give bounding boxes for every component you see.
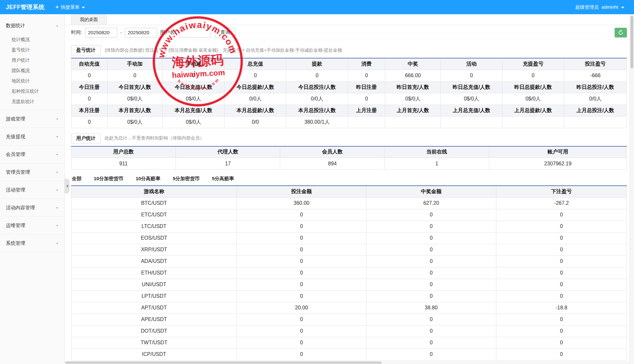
games-column-header: 投注金额 [237,186,366,197]
win-amount-cell: 0 [366,244,496,255]
table-cell: 0 [71,93,108,105]
game-row: LPT/USDT 0 0 0 [71,290,627,302]
sidebar-subitem[interactable]: 用户统计 [0,55,64,65]
game-name-cell: APE/USDT [71,314,237,325]
game-filter-tab[interactable]: 5分加密货币 [172,175,200,183]
sidebar-item[interactable]: 运维管理 [0,217,64,234]
nav-label: 数据统计 [6,23,25,29]
table-cell: 0$/0人 [385,93,441,105]
quick-menu-button[interactable]: + 快捷菜单 [52,4,88,10]
game-row: ETH/USDT 0 0 0 [71,267,627,279]
sidebar-item[interactable]: 活动内容管理 [0,199,64,216]
bet-profit-cell: 0 [496,267,627,279]
sidebar-collapse-handle[interactable] [65,179,69,193]
win-amount-cell: 0 [366,255,496,267]
table-cell: 0$/0人 [107,93,162,105]
table-header-cell: 手动减 [162,58,225,70]
games-column-header: 中奖金额 [366,186,496,197]
sidebar-subitem[interactable]: 盈亏统计 [0,45,64,55]
sidebar-item[interactable]: 系统管理 [0,234,64,252]
table-header-cell: 今日总投注/人数 [286,81,348,93]
refresh-icon [618,30,624,36]
table-cell: 0$/0人 [162,116,225,128]
table-cell [502,116,564,128]
sidebar-item[interactable]: 游戏管理 [0,110,64,128]
quick-menu-label: 快捷菜单 [61,4,79,10]
win-amount-cell: 0 [366,290,496,302]
sidebar-subitem[interactable]: 充提款统计 [0,96,64,107]
game-name-cell: ETC/USDT [71,209,237,221]
win-amount-cell: 0 [366,348,496,360]
game-filter-tabs: 全部 10分加密货币 10分高赔率 5分加密货币 5分高赔率 [71,175,627,183]
bet-profit-cell: -267.2 [496,197,627,209]
game-name-cell: XRP/USDT [71,244,237,255]
time-label: 时间: [71,29,82,36]
table-header-row: 用户总数代理人数会员人数当前在线账户可用 [71,146,627,158]
chevron-down-icon [56,136,58,138]
table-cell [348,116,385,128]
table-cell: 0$/0人 [162,93,225,105]
games-column-header: 游戏名称 [71,186,237,197]
bet-profit-cell: -18.8 [496,302,627,314]
games-column-header: 下注盈亏 [496,186,627,197]
nav-label: 运维管理 [6,223,25,229]
table-cell: 0 [441,70,502,81]
bet-profit-cell: 0 [496,314,627,325]
win-amount-cell: 38.80 [366,302,496,314]
table-cell [385,116,441,128]
table-cell: 0/0人 [564,93,627,105]
table-cell: 0/0人 [286,93,348,105]
game-filter-tab[interactable]: 全部 [71,175,82,183]
table-header-cell: 当前在线 [385,146,489,158]
game-name-cell: TWT/USDT [71,337,237,348]
username-input[interactable] [179,28,211,37]
filter-toolbar: 时间: - 用户名: 查询 [71,25,627,40]
game-row: APT/USDT 20.00 38.80 -18.8 [71,302,627,314]
sidebar-item[interactable]: 充值提现 [0,128,64,145]
user-section-title: 用户统计 [71,133,101,143]
table-header-cell: 活动 [441,58,502,70]
win-amount-cell: 0 [366,232,496,244]
sidebar-subitem[interactable]: 统计概况 [0,34,64,45]
horizontal-scrollbar-thumb[interactable] [65,361,382,364]
user-menu[interactable]: 超级管理员 adminht [575,4,634,10]
game-filter-tab[interactable]: 10分高赔率 [135,175,161,183]
table-cell: 0$/0人 [502,93,564,105]
game-name-cell: LPT/USDT [71,290,237,302]
game-filter-tab[interactable]: 10分加密货币 [93,175,124,183]
table-cell: -666 [564,70,627,81]
sidebar-subitem[interactable]: 地区统计 [0,76,64,86]
user-role: 超级管理员 [575,4,599,10]
game-filter-tab[interactable]: 5分高赔率 [211,175,235,183]
game-name-cell: EOS/USDT [71,232,237,244]
sidebar-subitem[interactable]: 彩种投注统计 [0,86,64,96]
game-row: APE/USDT 0 0 0 [71,314,627,325]
date-to-input[interactable] [125,28,157,37]
bet-profit-cell: 0 [496,279,627,290]
sidebar-item[interactable]: 管理员管理 [0,163,64,181]
sidebar-item[interactable]: 会员管理 [0,146,64,163]
sidebar-item-data-statistics[interactable]: 数据统计 [0,17,64,34]
win-amount-cell: 0 [366,325,496,337]
table-cell: 0/0 [225,116,286,128]
horizontal-scrollbar-track[interactable] [65,361,629,364]
bet-profit-cell: 0 [496,348,627,360]
search-button[interactable]: 查询 [215,28,235,37]
table-cell: 0$/0人 [107,116,162,128]
sidebar-subitem[interactable]: 团队概况 [0,65,64,76]
win-amount-cell: 0 [366,209,496,221]
vertical-scrollbar-track[interactable] [629,14,634,364]
game-row: TWT/USDT 0 0 0 [71,337,627,348]
table-header-cell: 中奖 [385,58,441,70]
chevron-down-icon [56,207,58,209]
main-content: 我的桌面 时间: - 用户名: 查询 盈亏统计 (排除内部会员数据) 投注盈亏 … [65,14,634,364]
date-from-input[interactable] [85,28,117,37]
sidebar-item[interactable]: 活动管理 [0,181,64,199]
refresh-button[interactable] [615,28,627,37]
win-amount-cell: 0 [366,314,496,325]
tab-my-desktop[interactable]: 我的桌面 [71,15,107,25]
table-header-cell: 今日首充/人数 [107,81,162,93]
nav-label: 活动内容管理 [6,205,35,211]
game-row: XRP/USDT 0 0 0 [71,244,627,255]
vertical-scrollbar-thumb[interactable] [630,16,633,68]
